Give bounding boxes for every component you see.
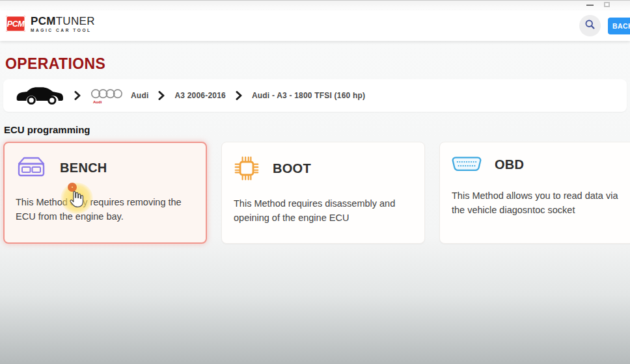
card-obd-title: OBD	[495, 157, 524, 172]
brand-title: PCMTUNER	[31, 16, 95, 27]
ecu-bench-icon	[16, 155, 47, 180]
method-cards: BENCH This Method only requires removing…	[3, 142, 630, 244]
breadcrumb: Audi Audi A3 2006-2016 Audi - A3 - 1800 …	[3, 79, 627, 112]
pcmtuner-logo: PCM PCMTUNER MAGIC CAR TOOL	[6, 16, 95, 33]
card-obd-description: This Method allows you to read data via …	[452, 189, 630, 218]
breadcrumb-model-label: A3 2006-2016	[174, 91, 225, 100]
card-bench-description: This Method only requires removing the E…	[16, 196, 195, 224]
card-boot-title: BOOT	[273, 161, 311, 176]
section-label: ECU programming	[4, 124, 90, 135]
brand-tagline: MAGIC CAR TOOL	[31, 29, 95, 33]
breadcrumb-brand-label: Audi	[131, 91, 148, 100]
breadcrumb-model[interactable]: A3 2006-2016	[174, 91, 225, 100]
minimize-icon[interactable]	[586, 5, 594, 6]
audi-rings-icon: Audi	[90, 87, 123, 104]
audi-caption: Audi	[93, 100, 102, 104]
window-titlebar	[0, 0, 630, 10]
card-bench[interactable]: BENCH This Method only requires removing…	[3, 142, 207, 244]
page-title: OPERATIONS	[5, 55, 105, 73]
obd-connector-icon	[452, 155, 482, 174]
search-icon	[584, 19, 596, 32]
chevron-right-icon	[158, 91, 165, 100]
app-header: PCM PCMTUNER MAGIC CAR TOOL BACK	[0, 10, 630, 41]
card-boot[interactable]: BOOT This Method requires disassembly an…	[221, 142, 425, 244]
back-button[interactable]: BACK	[608, 18, 630, 34]
card-bench-title: BENCH	[60, 161, 107, 176]
chevron-right-icon	[74, 91, 81, 100]
card-obd[interactable]: OBD This Method allows you to read data …	[439, 142, 630, 244]
chip-icon	[234, 155, 260, 181]
car-icon	[12, 83, 64, 109]
breadcrumb-vehicle-type[interactable]	[12, 83, 64, 109]
card-boot-description: This Method requires disassembly and ope…	[234, 197, 413, 226]
restore-icon[interactable]	[604, 2, 610, 7]
breadcrumb-engine[interactable]: Audi - A3 - 1800 TFSI (160 hp)	[252, 91, 365, 100]
chevron-right-icon	[236, 91, 242, 100]
operations-page: OPERATIONS Audi	[0, 41, 630, 364]
pcm-logo-badge-icon: PCM	[6, 16, 25, 32]
search-button[interactable]	[579, 15, 601, 36]
breadcrumb-engine-label: Audi - A3 - 1800 TFSI (160 hp)	[252, 91, 365, 100]
breadcrumb-brand[interactable]: Audi Audi	[90, 87, 148, 104]
